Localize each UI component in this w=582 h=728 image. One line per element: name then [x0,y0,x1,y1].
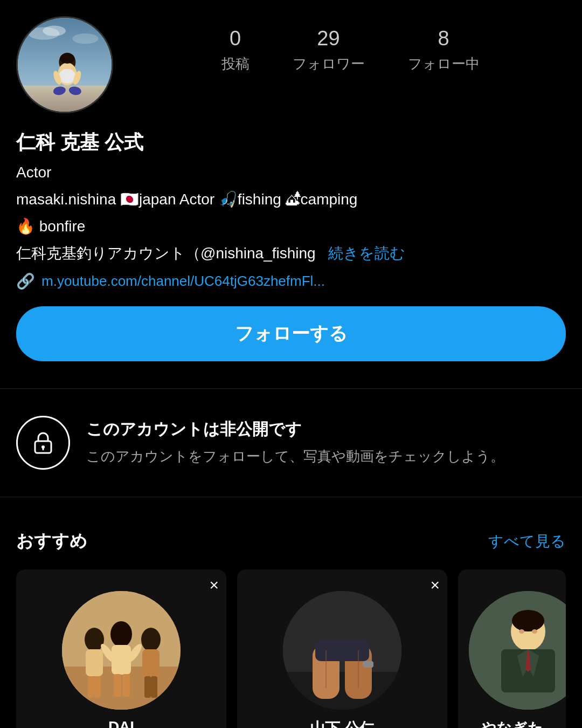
bio-role: Actor [16,161,566,184]
lock-icon-circle [16,416,70,470]
following-label: フォロー中 [408,54,480,73]
recommended-section: おすすめ すべて見る × [0,530,582,728]
rec-card-yamashita[interactable]: × 山下 [237,569,447,728]
rec-card-inner-yanagita [458,569,566,710]
private-text: このアカウントは非公開です このアカウントをフォローして、写真や動画をチェックし… [86,418,566,467]
avatar [16,16,113,113]
svg-rect-24 [114,674,121,697]
svg-rect-36 [315,640,369,661]
followers-count: 29 [317,27,340,50]
close-button-yamashita[interactable]: × [430,577,440,593]
bio-fishing-text: 仁科克基釣りアカウント（@nishina_fishing [16,245,316,262]
svg-point-12 [60,53,74,64]
following-count: 8 [438,27,449,50]
svg-rect-19 [86,649,103,676]
divider2 [0,497,582,497]
profile-link[interactable]: 🔗 m.youtube.com/channel/UC64tjG63zhefmFl… [16,272,566,290]
follow-button-wrap: フォローする [0,290,582,361]
recommended-cards: × [16,569,566,728]
svg-rect-21 [94,676,101,698]
divider1 [0,388,582,389]
rec-card-inner-dai: × [16,569,226,710]
follow-button[interactable]: フォローする [16,306,566,361]
svg-point-4 [73,33,99,44]
link-url: m.youtube.com/channel/UC64tjG63zhefmFl..… [41,273,325,290]
yanagita-avatar-image [469,591,566,710]
svg-point-18 [85,628,104,651]
private-title: このアカウントは非公開です [86,418,566,441]
svg-rect-25 [122,674,130,697]
rec-name-dai: DAI [16,718,226,728]
rec-card-dai[interactable]: × [16,569,226,728]
svg-rect-15 [43,447,44,450]
avatar-circle [16,16,113,113]
yamashita-avatar-image [283,591,401,710]
avatar-image [18,18,112,112]
bio-fishing-account: 仁科克基釣りアカウント（@nishina_fishing 続きを読む [16,242,566,265]
recommended-title: おすすめ [16,530,87,553]
display-name: 仁科 克基 公式 [16,129,566,156]
profile-info: 仁科 克基 公式 Actor masaki.nishina 🇯🇵japan Ac… [0,113,582,290]
profile-header: 0 投稿 29 フォロワー 8 フォロー中 [0,0,582,113]
rec-avatar-dai [62,591,181,710]
rec-avatar-yanagita [469,591,566,710]
svg-rect-33 [283,672,401,710]
read-more-link[interactable]: 続きを読む [328,245,405,262]
svg-rect-29 [151,676,157,698]
close-button-dai[interactable]: × [209,577,219,593]
followers-label: フォロワー [293,54,365,73]
private-notice: このアカウントは非公開です このアカウントをフォローして、写真や動画をチェックし… [16,416,566,470]
lock-icon [30,429,57,456]
see-all-link[interactable]: すべて見る [488,531,566,552]
posts-count: 0 [230,27,241,50]
recommended-header: おすすめ すべて見る [16,530,566,553]
rec-name-yamashita: 山下 公仁 [237,718,447,728]
svg-point-26 [141,628,161,651]
link-icon: 🔗 [16,272,35,290]
svg-point-46 [512,610,544,631]
stats-area: 0 投稿 29 フォロワー 8 フォロー中 [135,16,566,73]
dai-avatar-image [62,591,181,710]
stat-following[interactable]: 8 フォロー中 [408,27,480,73]
svg-point-48 [532,629,537,634]
svg-rect-20 [88,676,94,698]
svg-point-3 [43,26,66,36]
rec-card-yanagita[interactable]: やなぎた [458,569,566,728]
rec-name-yanagita: やなぎた [458,718,566,728]
svg-point-7 [59,69,75,84]
private-desc: このアカウントをフォローして、写真や動画をチェックしよう。 [86,446,566,467]
bio-main: masaki.nishina 🇯🇵japan Actor 🎣fishing 🏕c… [16,188,566,211]
stat-followers[interactable]: 29 フォロワー [293,27,365,73]
svg-point-47 [519,629,524,634]
svg-rect-28 [144,676,151,698]
svg-rect-27 [142,649,160,676]
rec-avatar-yamashita [283,591,401,710]
stat-posts[interactable]: 0 投稿 [221,27,250,73]
posts-label: 投稿 [221,54,250,73]
svg-point-22 [110,621,132,647]
rec-card-inner-yamashita: × [237,569,447,710]
svg-rect-39 [363,661,373,668]
bio-bonfire: 🔥 bonfire [16,215,566,238]
